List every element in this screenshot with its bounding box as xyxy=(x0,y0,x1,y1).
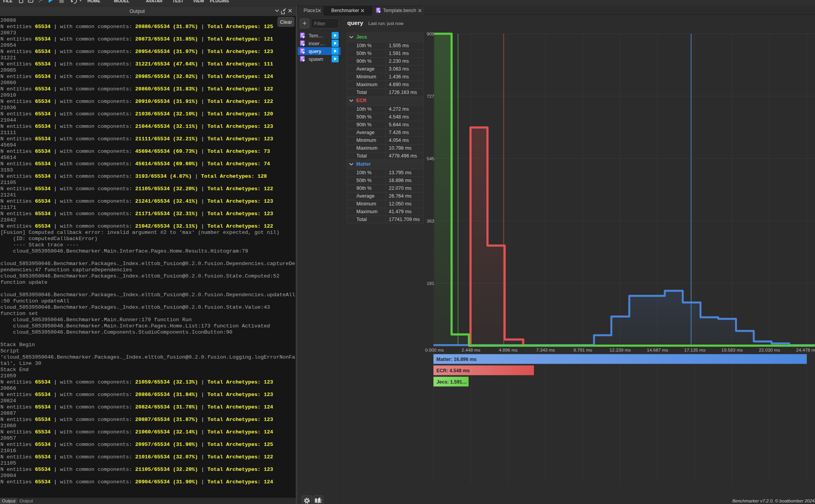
svg-text:ECR: 4.548 ms: ECR: 4.548 ms xyxy=(437,368,470,373)
svg-text:22.030 ms: 22.030 ms xyxy=(759,347,780,352)
svg-text:363: 363 xyxy=(427,219,434,223)
svg-text:12.239 ms: 12.239 ms xyxy=(609,347,631,352)
svg-text:14.687 ms: 14.687 ms xyxy=(647,347,668,352)
svg-text:545: 545 xyxy=(427,156,434,161)
svg-text:9.791 ms: 9.791 ms xyxy=(574,347,592,352)
svg-text:0.000 ms: 0.000 ms xyxy=(425,347,444,352)
svg-text:2.448 ms: 2.448 ms xyxy=(462,347,480,352)
svg-text:17.135 ms: 17.135 ms xyxy=(684,347,706,352)
svg-text:909: 909 xyxy=(427,32,434,36)
svg-text:Matter: 16.896 ms: Matter: 16.896 ms xyxy=(437,357,477,362)
svg-text:727: 727 xyxy=(427,94,434,99)
svg-text:24.478 ms: 24.478 ms xyxy=(796,347,815,352)
svg-text:4.896 ms: 4.896 ms xyxy=(499,347,518,352)
svg-text:181: 181 xyxy=(427,281,434,286)
svg-text:Jecs: 1.591…: Jecs: 1.591… xyxy=(437,379,467,385)
svg-text:7.343 ms: 7.343 ms xyxy=(536,347,555,352)
svg-text:19.583 ms: 19.583 ms xyxy=(721,347,743,352)
